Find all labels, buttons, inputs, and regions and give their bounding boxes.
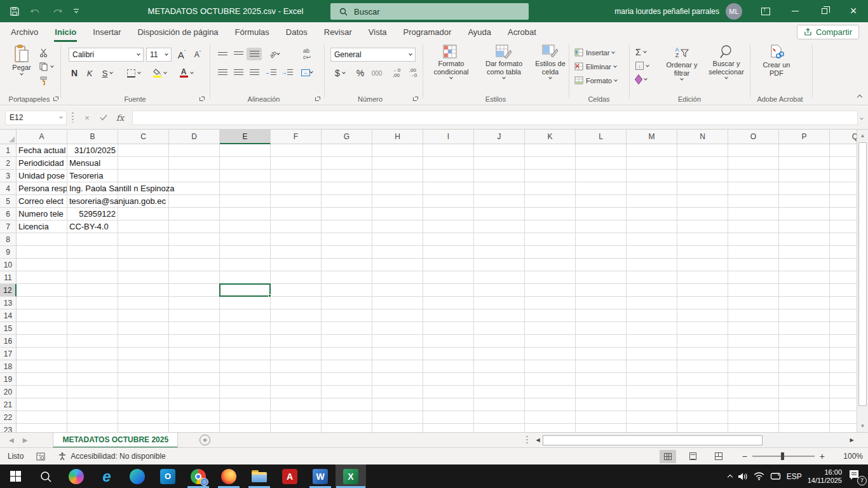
tab-acrobat[interactable]: Acrobat [499,22,545,42]
row-header-22[interactable]: 22 [0,411,17,424]
cell-A5[interactable]: Correo elect [17,195,67,208]
row-header-2[interactable]: 2 [0,157,17,170]
cell-B6[interactable]: 52959122 [67,208,118,220]
tab-ayuda[interactable]: Ayuda [459,22,499,42]
cell-B5[interactable]: tesoreria@sanjuan.gob.ec [67,195,168,208]
row-header-20[interactable]: 20 [0,386,17,398]
fill-button[interactable]: ↓ [635,62,649,70]
taskbar-explorer-button[interactable] [244,464,275,488]
number-format-select[interactable]: General [330,48,416,62]
decrease-decimal-button[interactable]: ,00→0 [405,66,421,80]
cell-B2[interactable]: Mensual [67,157,102,170]
cell-A6[interactable]: Numero tele [17,208,67,220]
restore-button[interactable] [810,0,839,22]
select-all-corner[interactable] [0,130,17,144]
row-header-19[interactable]: 19 [0,373,17,386]
row-header-16[interactable]: 16 [0,335,17,348]
cut-button[interactable] [39,48,48,57]
increase-indent-button[interactable]: → [280,66,295,79]
search-box[interactable]: Buscar [330,3,529,20]
horizontal-scrollbar[interactable]: ◀ ▶ [526,434,857,446]
font-color-button[interactable]: A [175,66,197,80]
collapse-ribbon-button[interactable] [858,92,862,101]
namebox-splitter[interactable] [72,112,74,123]
row-header-4[interactable]: 4 [0,182,17,195]
share-button[interactable]: Compartir [797,25,859,39]
font-size-select[interactable]: 11 [146,48,172,62]
tab-vista[interactable]: Vista [360,22,395,42]
column-header-E[interactable]: E [220,130,271,144]
clipboard-dialog-launcher[interactable] [52,96,58,102]
scroll-right-arrow[interactable]: ▶ [847,435,857,445]
number-dialog-launcher[interactable] [412,96,418,102]
find-select-button[interactable]: Buscar y seleccionar [704,44,749,79]
new-sheet-button[interactable]: + [200,435,210,445]
cell-A2[interactable]: Periodicidad [17,157,67,170]
decrease-indent-button[interactable]: ← [263,66,278,79]
accessibility-button[interactable] [58,452,67,461]
taskbar-word-button[interactable]: W [305,464,336,488]
taskbar-excel-button[interactable]: X [336,464,366,488]
horizontal-scroll-track[interactable] [543,435,847,445]
taskbar-edge-button[interactable] [122,464,153,488]
insert-function-button[interactable]: fx [112,111,128,125]
row-header-8[interactable]: 8 [0,233,17,246]
align-right-button[interactable] [247,66,262,79]
zoom-slider[interactable] [752,456,815,457]
column-header-M[interactable]: M [627,130,677,144]
row-header-12[interactable]: 12 [0,284,17,297]
cell-B4[interactable]: Ing. Paola Santill n Espinoza [67,182,177,195]
tab-programador[interactable]: Programador [395,22,460,42]
taskbar-internet-explorer-button[interactable]: e [92,464,122,488]
wrap-text-button[interactable]: abc↩ [296,48,318,60]
column-header-F[interactable]: F [271,130,322,144]
taskbar-chrome-button[interactable]: ☺ [183,464,214,488]
cell-A1[interactable]: Fecha actual [17,144,67,157]
sheet-tab-metadatos[interactable]: METADATOS OCTUBRE 2025 [53,433,178,448]
tray-expand-icon[interactable] [728,472,732,481]
row-header-3[interactable]: 3 [0,170,17,182]
tab-datos[interactable]: Datos [278,22,316,42]
taskbar-firefox-button[interactable] [214,464,244,488]
borders-button[interactable] [123,66,144,80]
cell-A7[interactable]: Licencia [17,220,67,233]
clear-button[interactable] [635,76,647,83]
scroll-down-arrow[interactable]: ▼ [858,422,867,430]
redo-icon[interactable] [52,7,62,16]
scroll-up-arrow[interactable]: ▲ [858,132,867,140]
row-header-7[interactable]: 7 [0,220,17,233]
page-layout-view-button[interactable] [685,450,702,463]
notification-center-button[interactable]: 7 [848,469,864,484]
column-header-Q[interactable]: Q [830,130,857,144]
cell-A4[interactable]: Persona resp [17,182,67,195]
delete-cells-button[interactable]: Eliminar [574,62,616,71]
merge-center-button[interactable]: ↔ [296,66,318,79]
insert-cells-button[interactable]: Insertar [574,48,614,57]
taskbar-copilot-button[interactable] [61,464,92,488]
row-header-1[interactable]: 1 [0,144,17,157]
column-header-J[interactable]: J [474,130,525,144]
tab-insertar[interactable]: Insertar [85,22,129,42]
zoom-out-button[interactable]: − [737,451,752,461]
font-dialog-launcher[interactable] [198,96,205,102]
shrink-font-button[interactable]: Aˇ [191,48,205,62]
minimize-button[interactable] [780,0,810,22]
underline-button[interactable]: S [98,66,117,80]
confirm-entry-button[interactable] [95,111,112,125]
tab-revisar[interactable]: Revisar [316,22,360,42]
column-header-G[interactable]: G [322,130,372,144]
name-box[interactable]: E12 [5,111,67,125]
autosum-button[interactable]: Σ [635,47,646,57]
align-top-button[interactable] [215,48,230,60]
scrollbar-splitter[interactable] [526,436,528,445]
increase-decimal-button[interactable]: ←0,00 [389,66,404,80]
cell-A3[interactable]: Unidad pose [17,170,67,182]
column-header-I[interactable]: I [423,130,474,144]
align-center-button[interactable] [231,66,246,79]
sort-filter-button[interactable]: AZ Ordenar y filtrar [661,44,703,81]
align-middle-button[interactable] [231,48,246,60]
taskbar-search-button[interactable] [31,464,61,488]
user-name[interactable]: maria lourdes peñafiel parrales [614,7,719,16]
bold-button[interactable]: N [67,66,81,80]
ribbon-display-options-button[interactable] [751,0,780,22]
